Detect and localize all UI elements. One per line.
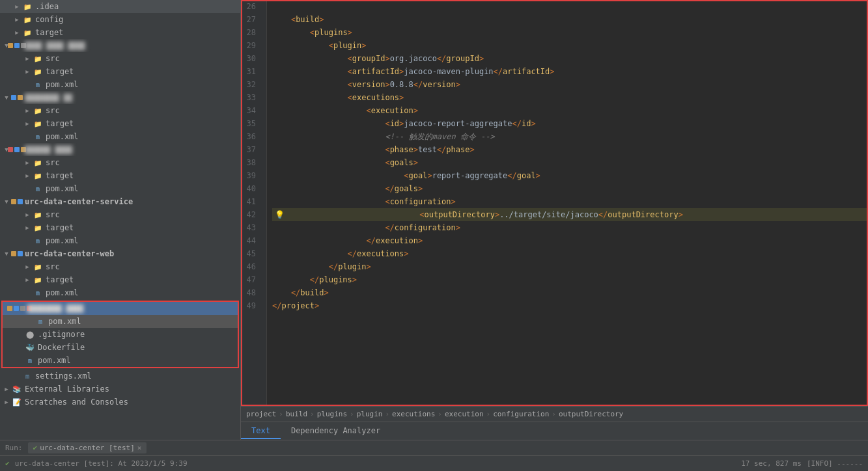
sidebar-item-label: settings.xml bbox=[35, 371, 92, 381]
code-line-42: 💡 <outputDirectory>../target/site/jacoco… bbox=[272, 208, 868, 221]
tab-dep-analyzer[interactable]: Dependency Analyzer bbox=[281, 424, 391, 439]
project-icon bbox=[12, 249, 22, 259]
line-num-28: 28 bbox=[241, 26, 261, 39]
sidebar-item-gitignore[interactable]: ▶ ⬤ .gitignore bbox=[3, 328, 238, 341]
code-line-36: <!-- 触发的maven 命令 --> bbox=[272, 130, 868, 143]
arrow-icon: ▶ bbox=[23, 224, 31, 232]
line-num-42: 42 bbox=[241, 208, 261, 221]
line-num-48: 48 bbox=[241, 286, 261, 299]
breadcrumb-configuration[interactable]: configuration bbox=[493, 410, 549, 418]
sidebar-item-src-dcs[interactable]: ▶ 📁 src bbox=[0, 208, 240, 221]
sidebar-item-label: pom.xml bbox=[46, 288, 79, 297]
code-line-32: <version>0.8.8</version> bbox=[272, 78, 868, 91]
code-editor[interactable]: <build> <plugins> <plugin> <groupId>org.… bbox=[267, 0, 868, 406]
sidebar-item-label: pom.xml bbox=[38, 356, 71, 365]
sidebar-item-src2[interactable]: ▶ 📁 src bbox=[0, 104, 240, 117]
sidebar-item-pom2[interactable]: ▶ m pom.xml bbox=[0, 130, 240, 143]
breadcrumb-project[interactable]: project bbox=[246, 410, 276, 418]
breadcrumb-executions[interactable]: executions bbox=[392, 410, 435, 418]
line-num-47: 47 bbox=[241, 273, 261, 286]
bulb-icon[interactable]: 💡 bbox=[275, 208, 285, 221]
code-line-41: <configuration> bbox=[272, 195, 868, 208]
sidebar-item-dockerfile[interactable]: ▶ 🐳 Dockerfile bbox=[3, 341, 238, 354]
sidebar-item-pom1[interactable]: ▶ m pom.xml bbox=[0, 78, 240, 91]
sidebar-item-pom3[interactable]: ▶ m pom.xml bbox=[0, 182, 240, 195]
breadcrumb-plugins[interactable]: plugins bbox=[317, 410, 347, 418]
code-line-37: <phase>test</phase> bbox=[272, 143, 868, 156]
line-num-45: 45 bbox=[241, 247, 261, 260]
breadcrumb-execution[interactable]: execution bbox=[445, 410, 484, 418]
tab-text[interactable]: Text bbox=[241, 424, 281, 439]
sidebar-item-src1[interactable]: ▶ 📁 src bbox=[0, 52, 240, 65]
line-num-40: 40 bbox=[241, 182, 261, 195]
sidebar-item-label: src bbox=[46, 262, 60, 271]
folder-icon: 📁 bbox=[22, 27, 33, 38]
sidebar-item-proj1[interactable]: ▼ ████ ████ ████ bbox=[0, 39, 240, 52]
sidebar-item-label: target bbox=[46, 119, 74, 128]
sidebar-item-target1[interactable]: ▶ 📁 target bbox=[0, 65, 240, 78]
code-line-48: </build> bbox=[272, 286, 868, 299]
arrow-icon: ▶ bbox=[23, 276, 31, 284]
sidebar-item-idea[interactable]: ▶ 📁 .idea bbox=[0, 0, 240, 13]
code-line-40: </goals> bbox=[272, 182, 868, 195]
code-line-30: <groupId>org.jacoco</groupId> bbox=[272, 52, 868, 65]
sidebar-item-label: pom.xml bbox=[46, 132, 79, 141]
sidebar-item-label: target bbox=[35, 28, 63, 37]
run-tab-close[interactable]: × bbox=[137, 444, 142, 452]
sidebar-item-pom-dcs[interactable]: ▶ m pom.xml bbox=[0, 234, 240, 247]
arrow-icon: ▶ bbox=[23, 107, 31, 114]
sidebar-item-label: ████ ████ ████ bbox=[25, 42, 85, 50]
sidebar-item-target-dcs[interactable]: ▶ 📁 target bbox=[0, 221, 240, 234]
sidebar-item-label: ████████ ████ bbox=[27, 304, 83, 313]
sidebar-item-config[interactable]: ▶ 📁 config bbox=[0, 13, 240, 26]
sidebar-item-ext-libs[interactable]: ▶ 📚 External Libraries bbox=[0, 383, 240, 396]
run-label: Run: bbox=[5, 444, 23, 452]
sidebar-item-pom-main[interactable]: ▶ m pom.xml bbox=[3, 354, 238, 367]
arrow-icon: ▶ bbox=[13, 3, 21, 10]
sidebar-item-pom-dcw[interactable]: ▶ m pom.xml bbox=[0, 286, 240, 299]
code-line-39: <goal>report-aggregate</goal> bbox=[272, 169, 868, 182]
arrow-icon: ▶ bbox=[23, 211, 31, 219]
line-num-29: 29 bbox=[241, 39, 261, 52]
code-line-43: </configuration> bbox=[272, 221, 868, 234]
sidebar-item-target2[interactable]: ▶ 📁 target bbox=[0, 117, 240, 130]
breadcrumb-build[interactable]: build bbox=[286, 410, 307, 418]
sidebar-item-src-dcw[interactable]: ▶ 📁 src bbox=[0, 260, 240, 273]
sidebar-item-proj2[interactable]: ▼ ████████ ██ bbox=[0, 91, 240, 104]
sidebar-item-root-proj[interactable]: ▼ ████████ ████ bbox=[3, 302, 238, 315]
run-success-icon: ✔ bbox=[33, 444, 38, 452]
sidebar-item-label: .idea bbox=[35, 2, 59, 11]
code-line-26 bbox=[272, 0, 868, 13]
sidebar-item-proj3[interactable]: ▼ ██████ ████ bbox=[0, 143, 240, 156]
arrow-icon: ▶ bbox=[23, 159, 31, 167]
extlib-icon: 📚 bbox=[12, 384, 22, 394]
sidebar-item-settings[interactable]: ▶ m settings.xml bbox=[0, 370, 240, 383]
breadcrumb-outputdirectory[interactable]: outputDirectory bbox=[559, 410, 623, 418]
sidebar-item-target-dcw[interactable]: ▶ 📁 target bbox=[0, 273, 240, 286]
run-tab-item[interactable]: ✔ urc-data-center [test] × bbox=[28, 442, 147, 453]
arrow-icon: ▶ bbox=[3, 398, 10, 406]
sidebar-item-src3[interactable]: ▶ 📁 src bbox=[0, 156, 240, 169]
line-num-44: 44 bbox=[241, 234, 261, 247]
sidebar-item-urc-web[interactable]: ▼ urc-data-center-web bbox=[0, 247, 240, 260]
line-num-38: 38 bbox=[241, 156, 261, 169]
breadcrumb-plugin[interactable]: plugin bbox=[357, 410, 383, 418]
sidebar-item-urc-service[interactable]: ▼ urc-data-center-service bbox=[0, 195, 240, 208]
line-num-35: 35 bbox=[241, 117, 261, 130]
sidebar-item-label: Scratches and Consoles bbox=[25, 397, 128, 407]
sidebar-item-target3[interactable]: ▶ 📁 target bbox=[0, 169, 240, 182]
editor-area: 26 27 28 29 30 31 32 33 34 35 36 37 38 3… bbox=[241, 0, 868, 440]
sidebar-item-target-top[interactable]: ▶ 📁 target bbox=[0, 26, 240, 39]
project-icon bbox=[12, 40, 22, 51]
arrow-icon: ▶ bbox=[3, 385, 10, 393]
folder-icon: 📁 bbox=[33, 275, 43, 285]
folder-icon: 📁 bbox=[33, 118, 43, 129]
sidebar-item-label: ██████ ████ bbox=[25, 146, 72, 154]
sidebar-item-label: src bbox=[46, 158, 60, 167]
project-icon bbox=[14, 303, 25, 314]
sidebar-item-scratches[interactable]: ▶ 📝 Scratches and Consoles bbox=[0, 396, 240, 409]
folder-icon: 📁 bbox=[33, 157, 43, 168]
sidebar-item-pom-root[interactable]: ▶ m pom.xml bbox=[3, 315, 238, 328]
sidebar-item-label: urc-data-center-service bbox=[25, 197, 133, 206]
arrow-icon: ▶ bbox=[23, 172, 31, 180]
